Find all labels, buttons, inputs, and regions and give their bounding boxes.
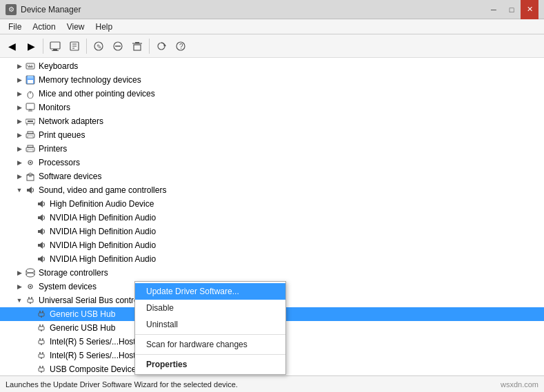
expander-system[interactable]: ▶ — [14, 281, 25, 292]
context-menu-item-update-driver[interactable]: Update Driver Software... — [135, 283, 285, 300]
label-printers: Printers — [39, 144, 67, 154]
tree-item-hd-audio[interactable]: High Definition Audio Device — [0, 197, 544, 211]
label-system: System devices — [39, 282, 97, 291]
expander-network[interactable]: ▶ — [14, 116, 25, 127]
tree-item-print[interactable]: ▶Print queues — [0, 128, 544, 142]
label-nvidia3: NVIDIA High Definition Audio — [50, 240, 156, 250]
icon-printers — [25, 143, 36, 154]
brand-text: wsxdn.com — [501, 380, 538, 389]
expander-print[interactable]: ▶ — [14, 130, 25, 141]
expander-generic-usb-hub — [25, 309, 36, 320]
maximize-button[interactable]: □ — [503, 0, 521, 19]
icon-monitors — [25, 102, 36, 113]
expander-software[interactable]: ▶ — [14, 171, 25, 182]
tree-item-software[interactable]: ▶Software devices — [0, 169, 544, 183]
icon-nvidia2 — [36, 226, 47, 237]
menu-view[interactable]: View — [61, 20, 90, 34]
status-bar: Launches the Update Driver Software Wiza… — [0, 375, 544, 392]
update-driver-toolbar-button[interactable]: ✎ — [90, 37, 108, 55]
tree-item-sound[interactable]: ▼Sound, video and game controllers — [0, 183, 544, 197]
uninstall-toolbar-button[interactable] — [128, 37, 146, 55]
svg-rect-40 — [28, 149, 33, 152]
tree-item-nvidia4[interactable]: NVIDIA High Definition Audio — [0, 252, 544, 266]
menu-help[interactable]: Help — [90, 20, 119, 34]
icon-hd-audio — [36, 198, 47, 209]
computer-button[interactable] — [46, 37, 64, 55]
expander-nvidia2 — [25, 226, 36, 237]
menu-file[interactable]: File — [3, 20, 27, 34]
minimize-button[interactable]: ─ — [485, 0, 503, 19]
label-sound: Sound, video and game controllers — [39, 185, 166, 195]
svg-text:✎: ✎ — [97, 43, 102, 50]
label-hd-audio: High Definition Audio Device — [50, 199, 154, 209]
svg-rect-39 — [28, 145, 33, 147]
icon-network — [25, 116, 36, 127]
svg-marker-47 — [38, 200, 43, 207]
tree-item-nvidia1[interactable]: NVIDIA High Definition Audio — [0, 211, 544, 225]
help-toolbar-button[interactable]: ? — [172, 37, 190, 55]
tree-item-nvidia3[interactable]: NVIDIA High Definition Audio — [0, 238, 544, 252]
svg-rect-25 — [28, 80, 33, 83]
tree-item-mice[interactable]: ▶Mice and other pointing devices — [0, 87, 544, 101]
label-monitors: Monitors — [39, 103, 70, 112]
tree-item-keyboards[interactable]: ▶Keyboards — [0, 59, 544, 73]
window-title: Device Manager — [21, 5, 81, 14]
svg-rect-1 — [53, 49, 57, 50]
expander-sound[interactable]: ▼ — [14, 185, 25, 196]
expander-storage[interactable]: ▶ — [14, 267, 25, 278]
tree-item-nvidia2[interactable]: NVIDIA High Definition Audio — [0, 225, 544, 238]
close-button[interactable]: ✕ — [521, 0, 538, 19]
menu-bar: File Action View Help — [0, 19, 544, 34]
toolbar: ◀ ▶ ✎ ? — [0, 34, 544, 58]
expander-intel-5-3bc — [25, 336, 36, 347]
expander-monitors[interactable]: ▶ — [14, 102, 25, 113]
properties-toolbar-button[interactable] — [66, 37, 83, 55]
expander-processors[interactable]: ▶ — [14, 157, 25, 168]
svg-rect-28 — [26, 103, 34, 110]
icon-nvidia1 — [36, 212, 47, 223]
context-menu-item-scan[interactable]: Scan for hardware changes — [135, 336, 285, 353]
disable-toolbar-button[interactable] — [109, 37, 127, 55]
context-menu-sep-sep1 — [135, 334, 285, 335]
icon-sound — [25, 185, 36, 196]
svg-marker-50 — [38, 242, 43, 249]
expander-printers[interactable]: ▶ — [14, 143, 25, 154]
scan-toolbar-button[interactable] — [152, 37, 170, 55]
expander-memory[interactable]: ▶ — [14, 74, 25, 85]
context-menu-item-disable[interactable]: Disable — [135, 300, 285, 316]
toolbar-separator-3 — [149, 39, 150, 54]
app-icon: ⚙ — [6, 4, 17, 15]
icon-generic-usb-hub2 — [36, 322, 47, 333]
icon-intel-5-3bc — [36, 336, 47, 347]
expander-usb[interactable]: ▼ — [14, 295, 25, 306]
menu-action[interactable]: Action — [27, 20, 61, 34]
tree-item-monitors[interactable]: ▶Monitors — [0, 101, 544, 114]
label-processors: Processors — [39, 158, 80, 167]
expander-intel-5-3b4 — [25, 350, 36, 361]
tree-item-memory[interactable]: ▶Memory technology devices — [0, 73, 544, 87]
icon-print — [25, 130, 36, 141]
svg-point-53 — [26, 269, 34, 273]
tree-item-storage[interactable]: ▶Storage controllers — [0, 266, 544, 280]
context-menu: Update Driver Software...DisableUninstal… — [134, 281, 286, 375]
label-keyboards: Keyboards — [39, 61, 78, 71]
svg-marker-48 — [38, 214, 43, 221]
toolbar-separator-2 — [86, 39, 87, 54]
forward-button[interactable]: ▶ — [22, 37, 40, 55]
tree-item-processors[interactable]: ▶Processors — [0, 156, 544, 169]
svg-rect-62 — [39, 313, 44, 316]
icon-nvidia4 — [36, 254, 47, 265]
back-button[interactable]: ◀ — [3, 37, 21, 55]
icon-usb-composite — [36, 364, 47, 375]
svg-rect-32 — [28, 121, 33, 122]
title-bar-left: ⚙ Device Manager — [6, 4, 81, 15]
svg-point-52 — [26, 273, 34, 277]
label-storage: Storage controllers — [39, 268, 108, 278]
tree-item-network[interactable]: ▶Network adapters — [0, 114, 544, 128]
context-menu-item-properties[interactable]: Properties — [135, 356, 285, 373]
expander-mice[interactable]: ▶ — [14, 88, 25, 99]
expander-keyboards[interactable]: ▶ — [14, 61, 25, 72]
context-menu-item-uninstall[interactable]: Uninstall — [135, 316, 285, 333]
icon-intel-5-3b4 — [36, 350, 47, 361]
tree-item-printers[interactable]: ▶Printers — [0, 142, 544, 156]
